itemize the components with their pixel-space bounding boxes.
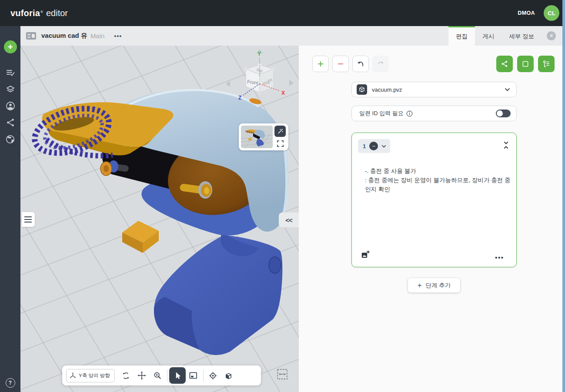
plus-icon: + xyxy=(418,281,422,290)
inspector-panel: + − xyxy=(299,46,562,392)
frame-icon xyxy=(522,60,529,68)
cad-scene-canvas[interactable]: Top Front Right Y X Z xyxy=(20,46,299,392)
fullscreen-icon xyxy=(277,140,284,147)
document-title: vacuum cad 유 xyxy=(41,32,87,40)
preview-thumbnail-card xyxy=(239,123,288,150)
redo-icon xyxy=(376,60,385,68)
zoom-tool-button[interactable] xyxy=(150,367,165,384)
hamburger-icon xyxy=(24,216,32,218)
info-icon[interactable] xyxy=(406,110,413,117)
help-button[interactable]: ? xyxy=(6,378,15,388)
sidebar-item-layers[interactable] xyxy=(0,81,20,98)
ai-wand-button[interactable] xyxy=(274,126,286,137)
top-bar: vuforia ® editor DMOA CL xyxy=(0,0,565,26)
remove-button[interactable]: − xyxy=(332,56,349,72)
toolbar-divider xyxy=(203,369,204,382)
sidebar-item-share[interactable] xyxy=(0,114,20,131)
pip-view-button[interactable] xyxy=(186,367,201,384)
model-select-value: vacuum.pvz xyxy=(372,86,402,93)
logo-secondary: editor xyxy=(46,8,68,18)
add-button[interactable]: + xyxy=(312,56,329,72)
step-flow-button[interactable] xyxy=(538,56,555,72)
zoom-in-icon xyxy=(153,371,162,380)
user-avatar[interactable]: CL xyxy=(544,5,559,21)
tab-details[interactable]: 세부 정보 xyxy=(501,26,542,46)
panel-green-actions xyxy=(496,56,555,72)
collapse-panel-button[interactable]: << xyxy=(279,213,299,227)
magic-wand-icon xyxy=(277,128,283,135)
viewport-3d: Top Front Right Y X Z << xyxy=(20,46,299,392)
axis-z-label: Z xyxy=(238,95,241,101)
select-tool-button[interactable] xyxy=(169,367,186,384)
orbit-tool-button[interactable] xyxy=(118,367,134,384)
axis-y-label: Y xyxy=(257,51,261,57)
chevron-down-icon xyxy=(505,88,510,91)
add-project-button[interactable]: + xyxy=(4,40,17,53)
axis-direction-label: Y축 양의 방향 xyxy=(79,372,110,379)
step-text-line2: : 충전 중에는 장비 운영이 불가능하므로, 장비가 충전 중인지 확인 xyxy=(365,176,511,194)
pan-tool-button[interactable] xyxy=(134,367,150,384)
org-label: DMOA xyxy=(518,10,535,16)
fit-width-button[interactable] xyxy=(276,368,288,382)
document-more-button[interactable]: ••• xyxy=(111,32,124,40)
collapse-vertical-icon xyxy=(503,141,509,149)
serial-id-label: 일련 ID 입력 필요 xyxy=(359,110,404,117)
sidebar-item-globe[interactable] xyxy=(0,131,20,147)
registered-mark: ® xyxy=(40,10,43,14)
target-icon xyxy=(208,371,218,381)
axis-x-label: X xyxy=(281,90,285,96)
step-card: 1 − -. 충전 중 사용 불가 : 충전 중에는 장비 운영이 불가능하므로… xyxy=(351,133,517,267)
serial-id-toggle[interactable] xyxy=(496,110,511,117)
serial-id-row: 일련 ID 입력 필요 xyxy=(351,106,517,121)
close-document-button[interactable]: ✕ xyxy=(547,31,556,40)
iso-block-icon xyxy=(224,371,234,381)
preview-thumbnail[interactable] xyxy=(241,126,273,148)
step-more-button[interactable]: ••• xyxy=(492,254,507,262)
orbit-rotate-icon xyxy=(121,371,131,381)
task-list-icon xyxy=(5,68,16,78)
storyboard-icon xyxy=(26,32,36,40)
vuforia-logo: vuforia ® editor xyxy=(10,8,68,18)
share-step-button[interactable] xyxy=(496,56,513,72)
cursor-icon xyxy=(173,371,182,380)
redo-button[interactable] xyxy=(372,56,389,72)
expand-preview-button[interactable] xyxy=(276,140,284,147)
collapse-step-button[interactable] xyxy=(502,140,510,152)
window-edge xyxy=(562,0,565,392)
step-action-row: + − xyxy=(312,56,389,72)
image-plus-icon xyxy=(361,250,370,259)
layers-icon xyxy=(5,84,16,95)
canvas-view-button[interactable] xyxy=(517,56,534,72)
picture-in-picture-icon xyxy=(188,371,198,381)
account-icon xyxy=(5,101,16,111)
logo-primary: vuforia xyxy=(10,8,40,18)
sidebar-item-account[interactable] xyxy=(0,98,20,114)
remove-step-icon: − xyxy=(369,142,378,150)
move-pan-icon xyxy=(137,371,147,380)
add-image-button[interactable] xyxy=(361,250,370,261)
toggle-knob xyxy=(497,110,503,116)
sidebar-item-tasks[interactable] xyxy=(0,65,20,81)
share-icon xyxy=(6,118,15,127)
iso-view-button[interactable] xyxy=(221,367,237,384)
step-number: 1 xyxy=(363,143,366,149)
tab-edit[interactable]: 편집 xyxy=(448,26,475,46)
step-number-dropdown[interactable]: 1 − xyxy=(358,139,390,153)
document-header: vacuum cad 유 Main ••• 편집 게시 세부 정보 ✕ xyxy=(20,26,562,46)
toolbar-divider xyxy=(167,369,167,382)
viewport-menu-button[interactable] xyxy=(22,212,35,227)
axis-direction-button[interactable]: Y축 양의 방향 xyxy=(66,369,115,382)
undo-icon xyxy=(356,60,365,68)
fit-width-icon xyxy=(276,368,288,381)
globe-icon xyxy=(5,134,15,144)
model-cube-icon xyxy=(357,84,367,95)
add-step-button[interactable]: + 단계 추가 xyxy=(408,278,460,292)
tab-publish[interactable]: 게시 xyxy=(475,26,501,46)
share-variant-icon xyxy=(501,60,508,68)
step-text-editor[interactable]: -. 충전 중 사용 불가 : 충전 중에는 장비 운영이 불가능하므로, 장비… xyxy=(365,167,511,194)
focus-target-button[interactable] xyxy=(205,367,221,384)
model-select[interactable]: vacuum.pvz xyxy=(351,82,517,97)
add-step-label: 단계 추가 xyxy=(426,282,451,289)
undo-button[interactable] xyxy=(352,56,369,72)
left-sidebar: + xyxy=(0,26,20,392)
